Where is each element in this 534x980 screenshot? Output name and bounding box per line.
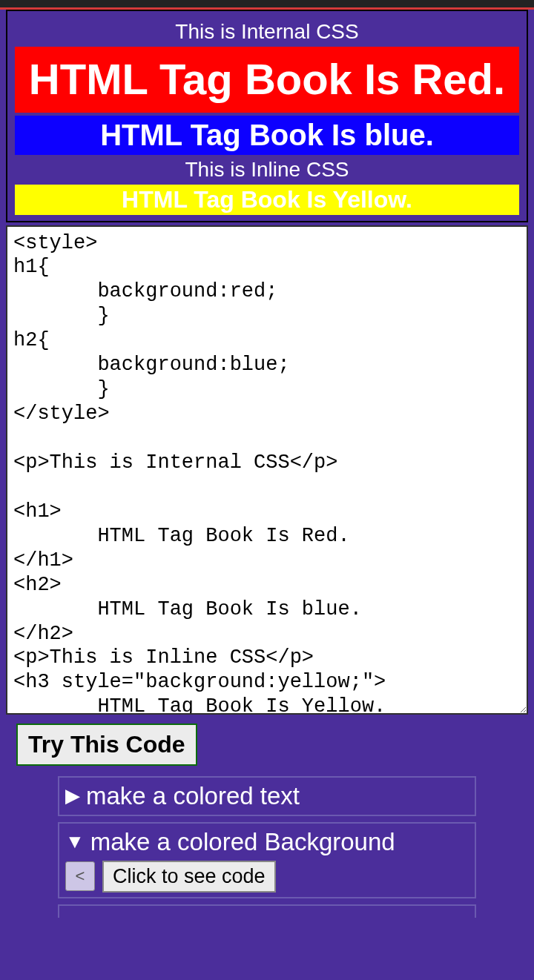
accordion-header[interactable]: ▶ make a colored text: [65, 782, 469, 810]
chevron-right-icon: ▶: [65, 784, 80, 807]
preview-h1: HTML Tag Book Is Red.: [15, 47, 519, 113]
accordion-colored-text[interactable]: ▶ make a colored text: [58, 776, 476, 816]
chevron-down-icon: ▼: [65, 830, 85, 853]
accordion-list: ▶ make a colored text ▼ make a colored B…: [6, 766, 528, 918]
internal-css-label: This is Internal CSS: [15, 17, 519, 47]
code-editor[interactable]: [6, 225, 528, 715]
back-button[interactable]: <: [65, 861, 95, 891]
accordion-partial: [58, 904, 476, 918]
accordion-header[interactable]: ▼ make a colored Background: [65, 828, 469, 856]
accordion-label: make a colored Background: [90, 828, 395, 856]
accordion-body: < Click to see code: [65, 856, 469, 893]
inline-css-label: This is Inline CSS: [15, 155, 519, 185]
see-code-button[interactable]: Click to see code: [102, 861, 276, 893]
accordion-colored-background[interactable]: ▼ make a colored Background < Click to s…: [58, 822, 476, 898]
preview-h3: HTML Tag Book Is Yellow.: [15, 185, 519, 215]
device-status-bar: [0, 0, 534, 7]
html-preview-frame: This is Internal CSS HTML Tag Book Is Re…: [6, 10, 528, 222]
preview-h2: HTML Tag Book Is blue.: [15, 116, 519, 155]
app-content: This is Internal CSS HTML Tag Book Is Re…: [0, 10, 534, 980]
accordion-label: make a colored text: [86, 782, 300, 810]
try-code-button[interactable]: Try This Code: [16, 724, 197, 766]
